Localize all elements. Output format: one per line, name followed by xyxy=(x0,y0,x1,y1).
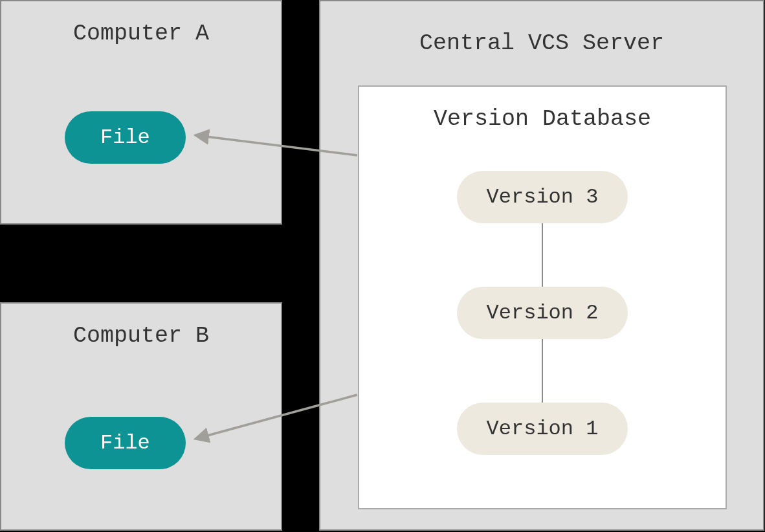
connector-line xyxy=(542,223,543,287)
server-title: Central VCS Server xyxy=(320,30,763,56)
computer-b-file-badge: File xyxy=(65,417,186,469)
version-badge: Version 1 xyxy=(457,403,628,455)
version-badge: Version 2 xyxy=(457,287,628,339)
version-database-box: Version Database Version 3 Version 2 Ver… xyxy=(358,85,727,509)
computer-a-title: Computer A xyxy=(1,21,281,47)
computer-b-box: Computer B File xyxy=(0,302,282,531)
computer-a-file-badge: File xyxy=(65,111,186,164)
versions-list: Version 3 Version 2 Version 1 xyxy=(359,171,726,455)
version-badge: Version 3 xyxy=(457,171,628,223)
server-box: Central VCS Server Version Database Vers… xyxy=(319,0,764,531)
computer-b-title: Computer B xyxy=(1,323,281,349)
version-database-title: Version Database xyxy=(359,106,726,132)
computer-a-box: Computer A File xyxy=(0,0,282,225)
connector-line xyxy=(542,339,543,403)
